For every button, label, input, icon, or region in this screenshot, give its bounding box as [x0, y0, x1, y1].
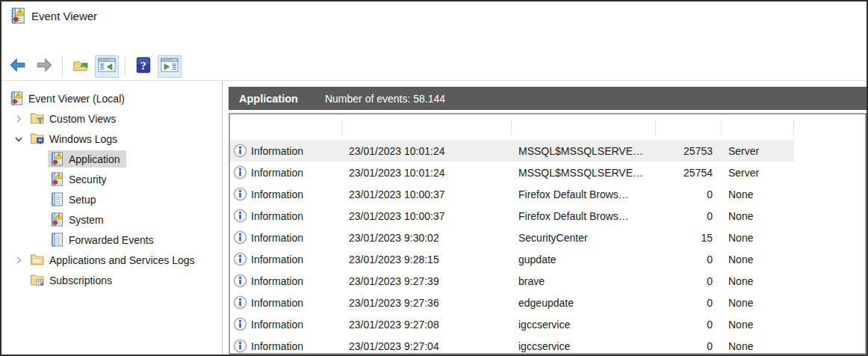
event-level: Information [251, 145, 303, 157]
event-source: edgeupdate [512, 297, 656, 309]
open-saved-log-button[interactable] [69, 55, 93, 78]
event-log-icon [49, 172, 63, 186]
event-datetime: 23/01/2023 9:27:08 [342, 319, 512, 331]
tree-item-windows-logs[interactable]: Windows Logs [1, 129, 222, 149]
menu-file[interactable] [6, 38, 25, 44]
event-id: 25754 [656, 167, 722, 179]
event-source: Firefox Default Brows… [512, 210, 656, 222]
tree-item-subscriptions[interactable]: Subscriptions [1, 270, 222, 290]
tree-item-forwarded-events[interactable]: Forwarded Events [1, 230, 222, 250]
folder-icon [30, 253, 44, 267]
event-source: Firefox Default Brows… [512, 188, 656, 200]
event-datetime: 23/01/2023 10:01:24 [342, 145, 512, 157]
info-icon [233, 144, 247, 158]
event-level: Information [251, 297, 303, 309]
folder-filter-icon [30, 111, 44, 126]
open-saved-log-icon [72, 57, 90, 76]
event-row[interactable]: Information 23/01/2023 9:27:04 igccservi… [230, 335, 794, 355]
event-datetime: 23/01/2023 9:30:02 [342, 232, 512, 244]
event-row[interactable]: Information 23/01/2023 10:01:24 MSSQL$MS… [230, 140, 794, 162]
column-header[interactable] [722, 119, 794, 135]
column-header[interactable] [230, 119, 342, 135]
console-tree-icon [98, 57, 116, 76]
menu-action[interactable] [25, 38, 45, 44]
event-id: 25753 [656, 145, 722, 157]
event-datetime: 23/01/2023 9:27:39 [342, 275, 512, 287]
event-source: brave [512, 275, 656, 287]
console-tree-toggle-button[interactable] [95, 55, 119, 78]
event-datetime: 23/01/2023 10:00:37 [342, 188, 512, 200]
back-arrow-icon [9, 57, 27, 76]
event-task-category: Server [722, 145, 794, 157]
help-button[interactable]: ? [131, 55, 155, 78]
tree-item-application[interactable]: Application [1, 149, 222, 169]
menu-help[interactable] [64, 38, 84, 44]
toolbar-separator [125, 57, 125, 76]
console-tree-panel: Event Viewer (Local) Custom Views [1, 81, 223, 355]
info-icon [233, 187, 247, 201]
event-source: MSSQL$MSSQLSERVE… [512, 167, 656, 179]
tree-item-custom-views[interactable]: Custom Views [1, 108, 222, 129]
forward-arrow-icon [35, 57, 53, 76]
tree-item-event-viewer-local[interactable]: Event Viewer (Local) [1, 88, 222, 108]
action-pane-icon [161, 57, 179, 76]
log-icon [49, 192, 63, 206]
action-pane-toggle-button[interactable] [158, 55, 182, 78]
menu-view[interactable] [45, 38, 64, 44]
tree-item-applications-and-services-logs[interactable]: Applications and Services Logs [1, 250, 222, 270]
log-icon [49, 233, 63, 247]
event-level: Information [251, 254, 303, 266]
event-datetime: 23/01/2023 10:01:24 [342, 167, 512, 179]
event-viewer-icon [9, 91, 23, 105]
event-level: Information [251, 340, 303, 352]
event-row[interactable]: Information 23/01/2023 9:30:02 SecurityC… [230, 227, 794, 248]
column-header[interactable] [342, 119, 512, 135]
event-row[interactable]: Information 23/01/2023 10:01:24 MSSQL$MS… [230, 162, 794, 183]
chevron-down-icon[interactable] [9, 135, 28, 144]
toolbar: ? [1, 52, 867, 81]
svg-text:?: ? [140, 58, 146, 71]
event-id: 0 [656, 297, 722, 309]
event-id: 0 [656, 254, 722, 266]
chevron-right-icon[interactable] [9, 114, 28, 123]
info-icon [233, 209, 247, 223]
event-row[interactable]: Information 23/01/2023 10:00:37 Firefox … [230, 205, 794, 227]
toolbar-separator [62, 57, 63, 76]
event-level: Information [251, 210, 303, 222]
event-row[interactable]: Information 23/01/2023 9:27:08 igccservi… [230, 313, 794, 335]
event-task-category: None [722, 254, 794, 266]
subscriptions-icon [30, 273, 44, 287]
event-task-category: None [722, 210, 794, 222]
folder-computer-icon [30, 132, 44, 146]
event-task-category: None [722, 297, 794, 309]
event-row[interactable]: Information 23/01/2023 9:28:15 gupdate 0… [230, 248, 794, 270]
column-header[interactable] [512, 119, 656, 135]
event-row[interactable]: Information 23/01/2023 10:00:37 Firefox … [230, 183, 794, 205]
tree-item-setup[interactable]: Setup [1, 189, 222, 209]
title-bar: Event Viewer [1, 1, 867, 30]
event-id: 0 [656, 319, 722, 331]
info-icon [233, 274, 247, 288]
event-task-category: Server [722, 167, 794, 179]
event-datetime: 23/01/2023 9:27:04 [342, 340, 512, 352]
menu-bar [1, 30, 867, 52]
event-source: gupdate [512, 254, 656, 266]
event-log-icon [49, 152, 63, 166]
event-level: Information [251, 275, 303, 287]
event-level: Information [251, 188, 303, 200]
forward-button[interactable] [32, 55, 56, 78]
chevron-right-icon[interactable] [9, 256, 28, 265]
results-pane: Application Number of events: 58.144 [223, 81, 867, 355]
event-row[interactable]: Information 23/01/2023 9:27:36 edgeupdat… [230, 292, 794, 313]
event-datetime: 23/01/2023 10:00:37 [342, 210, 512, 222]
event-task-category: None [722, 275, 794, 287]
event-row[interactable]: Information 23/01/2023 9:27:39 brave 0 N… [230, 270, 794, 292]
back-button[interactable] [6, 55, 30, 78]
tree-item-system[interactable]: System [1, 209, 222, 230]
column-header[interactable] [656, 119, 722, 135]
event-id: 0 [656, 275, 722, 287]
tree-item-security[interactable]: Security [1, 169, 222, 189]
info-icon [233, 339, 247, 353]
event-viewer-icon [9, 7, 25, 24]
content-area: Event Viewer (Local) Custom Views [1, 81, 867, 355]
